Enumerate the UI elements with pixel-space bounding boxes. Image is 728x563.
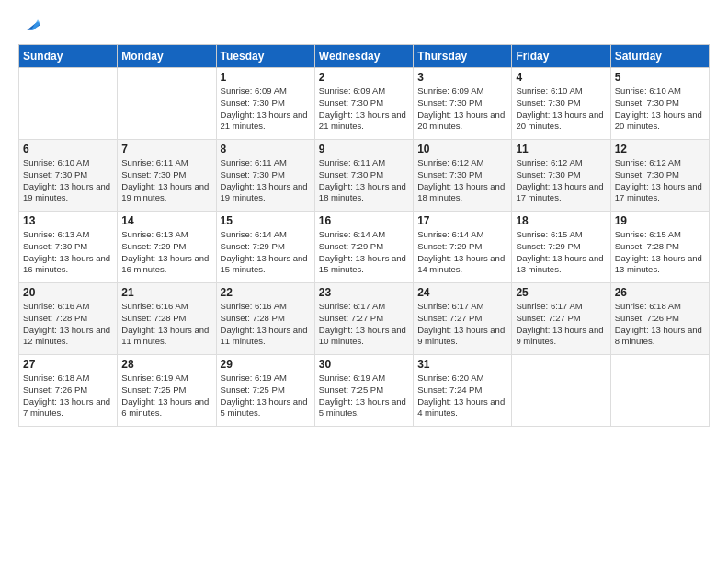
- day-number: 31: [417, 358, 507, 371]
- col-header-monday: Monday: [118, 45, 216, 68]
- day-cell: [19, 68, 118, 140]
- day-info: Sunrise: 6:10 AM Sunset: 7:30 PM Dayligh…: [23, 157, 113, 204]
- day-cell: 8Sunrise: 6:11 AM Sunset: 7:30 PM Daylig…: [216, 140, 314, 212]
- day-info: Sunrise: 6:17 AM Sunset: 7:27 PM Dayligh…: [417, 301, 507, 348]
- col-header-saturday: Saturday: [610, 45, 709, 68]
- day-info: Sunrise: 6:19 AM Sunset: 7:25 PM Dayligh…: [121, 373, 211, 419]
- day-number: 20: [23, 286, 113, 299]
- week-row-4: 20Sunrise: 6:16 AM Sunset: 7:28 PM Dayli…: [19, 283, 710, 355]
- day-cell: 31Sunrise: 6:20 AM Sunset: 7:24 PM Dayli…: [414, 355, 512, 427]
- day-cell: 2Sunrise: 6:09 AM Sunset: 7:30 PM Daylig…: [314, 68, 413, 140]
- day-cell: 3Sunrise: 6:09 AM Sunset: 7:30 PM Daylig…: [414, 68, 512, 140]
- week-row-5: 27Sunrise: 6:18 AM Sunset: 7:26 PM Dayli…: [19, 355, 710, 427]
- day-info: Sunrise: 6:16 AM Sunset: 7:28 PM Dayligh…: [23, 301, 113, 348]
- week-row-1: 1Sunrise: 6:09 AM Sunset: 7:30 PM Daylig…: [19, 68, 710, 140]
- day-number: 3: [417, 71, 507, 84]
- day-info: Sunrise: 6:15 AM Sunset: 7:29 PM Dayligh…: [516, 229, 606, 276]
- day-info: Sunrise: 6:12 AM Sunset: 7:30 PM Dayligh…: [516, 157, 606, 204]
- day-cell: [118, 68, 216, 140]
- day-number: 30: [319, 358, 409, 371]
- day-cell: 21Sunrise: 6:16 AM Sunset: 7:28 PM Dayli…: [118, 283, 216, 355]
- day-number: 16: [319, 214, 409, 227]
- day-number: 2: [319, 71, 409, 84]
- day-number: 29: [221, 358, 311, 371]
- day-info: Sunrise: 6:09 AM Sunset: 7:30 PM Dayligh…: [221, 86, 311, 132]
- day-info: Sunrise: 6:11 AM Sunset: 7:30 PM Dayligh…: [221, 157, 311, 204]
- day-number: 7: [121, 143, 211, 155]
- day-number: 17: [417, 214, 507, 227]
- day-number: 22: [221, 286, 311, 299]
- day-cell: 24Sunrise: 6:17 AM Sunset: 7:27 PM Dayli…: [414, 283, 512, 355]
- day-info: Sunrise: 6:10 AM Sunset: 7:30 PM Dayligh…: [516, 86, 606, 132]
- day-info: Sunrise: 6:11 AM Sunset: 7:30 PM Dayligh…: [121, 157, 211, 204]
- day-info: Sunrise: 6:14 AM Sunset: 7:29 PM Dayligh…: [417, 229, 507, 276]
- day-info: Sunrise: 6:17 AM Sunset: 7:27 PM Dayligh…: [319, 301, 409, 348]
- day-info: Sunrise: 6:14 AM Sunset: 7:29 PM Dayligh…: [221, 229, 311, 276]
- col-header-wednesday: Wednesday: [314, 45, 413, 68]
- day-cell: 28Sunrise: 6:19 AM Sunset: 7:25 PM Dayli…: [118, 355, 216, 427]
- day-info: Sunrise: 6:13 AM Sunset: 7:29 PM Dayligh…: [121, 229, 211, 276]
- day-number: 19: [615, 214, 705, 227]
- svg-marker-1: [31, 19, 40, 30]
- day-info: Sunrise: 6:19 AM Sunset: 7:25 PM Dayligh…: [221, 373, 311, 419]
- day-number: 26: [615, 286, 705, 299]
- day-info: Sunrise: 6:09 AM Sunset: 7:30 PM Dayligh…: [417, 86, 507, 132]
- day-cell: [610, 355, 709, 427]
- day-cell: 15Sunrise: 6:14 AM Sunset: 7:29 PM Dayli…: [216, 212, 314, 283]
- day-cell: 22Sunrise: 6:16 AM Sunset: 7:28 PM Dayli…: [216, 283, 314, 355]
- calendar-header: SundayMondayTuesdayWednesdayThursdayFrid…: [19, 45, 710, 68]
- day-info: Sunrise: 6:13 AM Sunset: 7:30 PM Dayligh…: [23, 229, 113, 276]
- day-number: 4: [516, 71, 606, 84]
- day-cell: 9Sunrise: 6:11 AM Sunset: 7:30 PM Daylig…: [314, 140, 413, 212]
- day-info: Sunrise: 6:20 AM Sunset: 7:24 PM Dayligh…: [417, 373, 507, 419]
- day-cell: 1Sunrise: 6:09 AM Sunset: 7:30 PM Daylig…: [216, 68, 314, 140]
- day-number: 28: [121, 358, 211, 371]
- day-number: 12: [615, 143, 705, 155]
- day-cell: 17Sunrise: 6:14 AM Sunset: 7:29 PM Dayli…: [414, 212, 512, 283]
- day-cell: 16Sunrise: 6:14 AM Sunset: 7:29 PM Dayli…: [314, 212, 413, 283]
- header: [18, 15, 710, 35]
- day-number: 25: [516, 286, 606, 299]
- col-header-sunday: Sunday: [19, 45, 118, 68]
- day-cell: 23Sunrise: 6:17 AM Sunset: 7:27 PM Dayli…: [314, 283, 413, 355]
- logo-icon: [20, 15, 40, 35]
- day-info: Sunrise: 6:19 AM Sunset: 7:25 PM Dayligh…: [319, 373, 409, 419]
- logo: [18, 15, 40, 35]
- day-cell: 18Sunrise: 6:15 AM Sunset: 7:29 PM Dayli…: [512, 212, 610, 283]
- day-info: Sunrise: 6:11 AM Sunset: 7:30 PM Dayligh…: [319, 157, 409, 204]
- day-cell: 11Sunrise: 6:12 AM Sunset: 7:30 PM Dayli…: [512, 140, 610, 212]
- day-info: Sunrise: 6:12 AM Sunset: 7:30 PM Dayligh…: [417, 157, 507, 204]
- day-cell: 10Sunrise: 6:12 AM Sunset: 7:30 PM Dayli…: [414, 140, 512, 212]
- day-cell: 25Sunrise: 6:17 AM Sunset: 7:27 PM Dayli…: [512, 283, 610, 355]
- day-cell: [512, 355, 610, 427]
- calendar-body: 1Sunrise: 6:09 AM Sunset: 7:30 PM Daylig…: [19, 68, 710, 427]
- day-cell: 27Sunrise: 6:18 AM Sunset: 7:26 PM Dayli…: [19, 355, 118, 427]
- day-cell: 29Sunrise: 6:19 AM Sunset: 7:25 PM Dayli…: [216, 355, 314, 427]
- day-cell: 19Sunrise: 6:15 AM Sunset: 7:28 PM Dayli…: [610, 212, 709, 283]
- calendar-table: SundayMondayTuesdayWednesdayThursdayFrid…: [18, 44, 710, 427]
- week-row-3: 13Sunrise: 6:13 AM Sunset: 7:30 PM Dayli…: [19, 212, 710, 283]
- day-info: Sunrise: 6:18 AM Sunset: 7:26 PM Dayligh…: [23, 373, 113, 419]
- page: SundayMondayTuesdayWednesdayThursdayFrid…: [0, 0, 728, 563]
- day-number: 15: [221, 214, 311, 227]
- day-number: 6: [23, 143, 113, 155]
- col-header-thursday: Thursday: [414, 45, 512, 68]
- day-info: Sunrise: 6:17 AM Sunset: 7:27 PM Dayligh…: [516, 301, 606, 348]
- day-number: 9: [319, 143, 409, 155]
- day-cell: 20Sunrise: 6:16 AM Sunset: 7:28 PM Dayli…: [19, 283, 118, 355]
- day-cell: 4Sunrise: 6:10 AM Sunset: 7:30 PM Daylig…: [512, 68, 610, 140]
- day-number: 14: [121, 214, 211, 227]
- day-number: 13: [23, 214, 113, 227]
- col-header-friday: Friday: [512, 45, 610, 68]
- col-header-tuesday: Tuesday: [216, 45, 314, 68]
- day-number: 1: [221, 71, 311, 84]
- day-cell: 12Sunrise: 6:12 AM Sunset: 7:30 PM Dayli…: [610, 140, 709, 212]
- day-info: Sunrise: 6:10 AM Sunset: 7:30 PM Dayligh…: [615, 86, 705, 132]
- day-cell: 5Sunrise: 6:10 AM Sunset: 7:30 PM Daylig…: [610, 68, 709, 140]
- day-number: 23: [319, 286, 409, 299]
- day-cell: 14Sunrise: 6:13 AM Sunset: 7:29 PM Dayli…: [118, 212, 216, 283]
- day-info: Sunrise: 6:18 AM Sunset: 7:26 PM Dayligh…: [615, 301, 705, 348]
- day-info: Sunrise: 6:12 AM Sunset: 7:30 PM Dayligh…: [615, 157, 705, 204]
- day-info: Sunrise: 6:14 AM Sunset: 7:29 PM Dayligh…: [319, 229, 409, 276]
- day-number: 11: [516, 143, 606, 155]
